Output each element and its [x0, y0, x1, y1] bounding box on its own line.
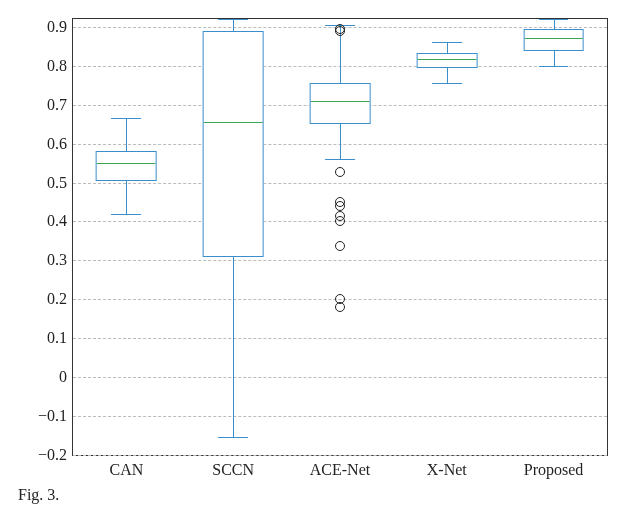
whisker-lower	[554, 49, 555, 66]
whisker-lower	[126, 179, 127, 214]
iqr-box	[416, 53, 477, 67]
cap-lower	[325, 159, 355, 160]
y-tick-label: −0.2	[38, 446, 73, 464]
median-line	[524, 38, 583, 39]
y-tick-label: 0.3	[47, 251, 73, 269]
gridline	[73, 260, 607, 261]
cap-lower	[111, 214, 141, 215]
cap-upper	[218, 19, 248, 20]
outlier-marker	[335, 302, 345, 312]
y-tick-label: 0.2	[47, 290, 73, 308]
y-tick-label: −0.1	[38, 407, 73, 425]
y-tick-label: 0.7	[47, 96, 73, 114]
whisker-lower	[447, 66, 448, 84]
y-tick-label: 0.4	[47, 212, 73, 230]
whisker-upper	[447, 42, 448, 53]
y-tick-label: 0.6	[47, 135, 73, 153]
gridline	[73, 416, 607, 417]
figure-caption: Fig. 3.	[18, 486, 59, 504]
x-tick-label: ACE-Net	[310, 455, 370, 479]
caption-prefix: Fig. 3.	[18, 486, 59, 503]
whisker-upper	[233, 19, 234, 31]
y-tick-label: 0.1	[47, 329, 73, 347]
x-tick-label: Proposed	[524, 455, 584, 479]
median-line	[311, 101, 370, 102]
cap-upper	[111, 118, 141, 119]
plot-area: −0.2−0.100.10.20.30.40.50.60.70.80.9CANS…	[72, 18, 608, 456]
outlier-marker	[335, 216, 345, 226]
median-line	[204, 122, 263, 123]
iqr-box	[203, 31, 264, 257]
x-tick-label: CAN	[110, 455, 144, 479]
x-tick-label: X-Net	[427, 455, 467, 479]
whisker-lower	[233, 255, 234, 438]
iqr-box	[96, 151, 157, 180]
median-line	[97, 163, 156, 164]
outlier-marker	[335, 26, 345, 36]
whisker-lower	[340, 122, 341, 159]
cap-lower	[218, 437, 248, 438]
x-tick-label: SCCN	[212, 455, 254, 479]
gridline	[73, 183, 607, 184]
outlier-marker	[335, 167, 345, 177]
median-line	[417, 59, 476, 60]
whisker-upper	[554, 19, 555, 29]
y-tick-label: 0.9	[47, 18, 73, 36]
cap-lower	[539, 66, 569, 67]
y-tick-label: 0	[59, 368, 73, 386]
y-tick-label: 0.5	[47, 174, 73, 192]
y-tick-label: 0.8	[47, 57, 73, 75]
cap-lower	[432, 83, 462, 84]
outlier-marker	[335, 201, 345, 211]
cap-upper	[539, 19, 569, 20]
gridline	[73, 338, 607, 339]
iqr-box	[310, 83, 371, 124]
gridline	[73, 377, 607, 378]
whisker-upper	[126, 118, 127, 151]
cap-upper	[432, 42, 462, 43]
outlier-marker	[335, 241, 345, 251]
iqr-box	[523, 29, 584, 51]
